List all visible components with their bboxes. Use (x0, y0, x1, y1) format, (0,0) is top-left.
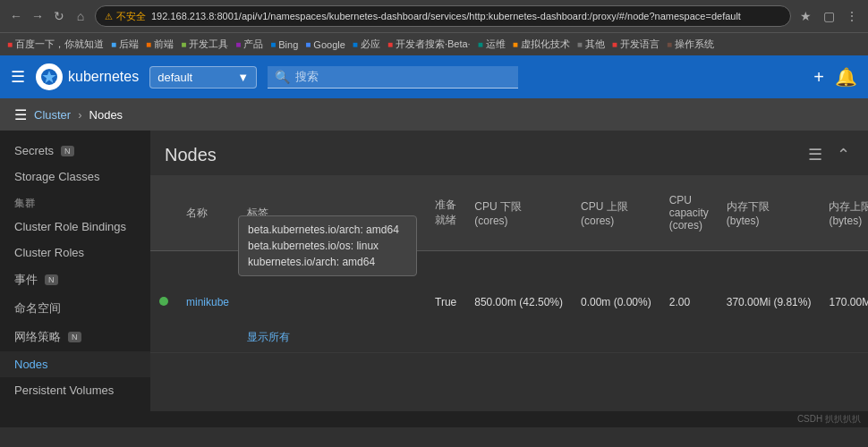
k8s-logo[interactable]: kubernetes (36, 63, 139, 90)
namespace-dropdown-icon: ▼ (237, 71, 249, 84)
bookmark-virt[interactable]: ■ 虚拟化技术 (513, 38, 570, 51)
col-cpu-capacity: CPUcapacity(cores) (660, 175, 718, 251)
browser-action-buttons: ★ ▢ ⋮ (796, 7, 861, 25)
footer: CSDH 扒扒扒扒 (0, 411, 868, 427)
bookmark-biyng2[interactable]: ■ 必应 (353, 38, 380, 51)
nav-icons: ← → ↻ ⌂ (7, 7, 89, 25)
table-row: minikube beta.kubernetes.io/arch: amd64 … (150, 251, 868, 353)
url-text: 192.168.213.8:8001/api/v1/namespaces/kub… (151, 11, 741, 21)
search-icon: 🔍 (275, 70, 290, 84)
address-warning: 不安全 (116, 10, 146, 23)
sidebar-item-role-bindings[interactable]: Role Bindings N (0, 403, 150, 411)
k8s-logo-icon (36, 63, 63, 90)
col-name[interactable]: 名称 (177, 175, 238, 251)
col-ready: 准备就绪 (426, 175, 465, 251)
sidebar-section-cluster: 集群 (0, 190, 150, 214)
top-nav-right: + 🔔 (813, 66, 857, 88)
col-labels: 标签 (238, 175, 426, 251)
menu-button[interactable]: ⋮ (843, 7, 861, 25)
address-bar[interactable]: ⚠ 不安全 192.168.213.8:8001/api/v1/namespac… (95, 5, 791, 27)
k8s-app: ☰ kubernetes default ▼ 🔍 + 🔔 ☰ Cluster (0, 55, 868, 411)
row-cpu-capacity-cell: 2.00 (660, 251, 718, 353)
top-nav: ☰ kubernetes default ▼ 🔍 + 🔔 (0, 55, 868, 98)
bookmark-frontend[interactable]: ■ 前端 (146, 38, 174, 51)
bookmark-dev-lang[interactable]: ■ 开发语言 (612, 38, 660, 51)
row-cpu-lower-cell: 850.00m (42.50%) (465, 251, 572, 353)
back-button[interactable]: ← (7, 7, 25, 25)
sidebar-item-events[interactable]: 事件 N (0, 266, 150, 294)
filter-button[interactable]: ☰ (804, 141, 826, 168)
bookmark-baidu[interactable]: ■ 百度一下，你就知道 (7, 38, 104, 51)
row-mem-upper-cell: 170.00Mi (4.51%) (820, 251, 868, 353)
sidebar-item-namespaces[interactable]: 命名空间 (0, 294, 150, 323)
page-header: Nodes ☰ ⌃ (150, 131, 868, 175)
breadcrumb-cluster-link[interactable]: Cluster (34, 108, 71, 122)
events-badge: N (45, 274, 58, 285)
sidebar: Secrets N Storage Classes 集群 Cluster Rol… (0, 131, 150, 411)
col-cpu-lower: CPU 下限(cores) (465, 175, 572, 251)
col-mem-lower: 内存下限(bytes) (718, 175, 821, 251)
sidebar-item-cluster-role-bindings[interactable]: Cluster Role Bindings (0, 214, 150, 240)
extensions-button[interactable]: ▢ (820, 7, 838, 25)
lock-icon: ⚠ (105, 12, 113, 21)
sidebar-item-nodes[interactable]: Nodes (0, 351, 150, 377)
bookmark-devtools[interactable]: ■ 开发工具 (181, 38, 228, 51)
hamburger-menu[interactable]: ☰ (11, 67, 25, 87)
network-policies-badge: N (68, 332, 81, 342)
row-ready-cell: True (426, 251, 465, 353)
bookmark-bing[interactable]: ■ Bing (270, 39, 298, 50)
content-area: Nodes ☰ ⌃ 名称 标签 准备就绪 CPU 下限(cores) CPU 上… (150, 131, 868, 411)
row-labels-cell: beta.kubernetes.io/arch: amd64 beta.kube… (238, 251, 426, 353)
bookmark-backend[interactable]: ■ 后端 (111, 38, 139, 51)
page-title: Nodes (165, 145, 797, 165)
role-bindings-badge: N (93, 411, 106, 412)
bookmarks-bar: ■ 百度一下，你就知道 ■ 后端 ■ 前端 ■ 开发工具 ■ 产品 ■ Bing… (0, 32, 868, 55)
sidebar-item-secrets[interactable]: Secrets N (0, 138, 150, 164)
browser-bar: ← → ↻ ⌂ ⚠ 不安全 192.168.213.8:8001/api/v1/… (0, 0, 868, 32)
row-status-cell (150, 251, 177, 353)
bookmark-dev-search[interactable]: ■ 开发者搜索·Beta· (387, 38, 471, 51)
bookmark-ops[interactable]: ■ 运维 (478, 38, 506, 51)
sidebar-item-persistent-volumes[interactable]: Persistent Volumes (0, 377, 150, 403)
search-box[interactable]: 🔍 (268, 66, 518, 89)
namespace-value: default (157, 71, 192, 84)
row-mem-lower-cell: 370.00Mi (9.81%) (718, 251, 821, 353)
bookmark-product[interactable]: ■ 产品 (235, 38, 263, 51)
breadcrumb-menu-icon[interactable]: ☰ (14, 106, 27, 123)
sidebar-item-network-policies[interactable]: 网络策略 N (0, 323, 150, 351)
footer-copyright: CSDH 扒扒扒扒 (797, 413, 861, 426)
search-input[interactable] (295, 70, 511, 83)
bookmark-other[interactable]: ■ 其他 (577, 38, 605, 51)
col-status (150, 175, 177, 251)
sidebar-item-cluster-roles[interactable]: Cluster Roles (0, 240, 150, 266)
secrets-badge: N (61, 146, 74, 156)
col-cpu-upper: CPU 上限(cores) (572, 175, 660, 251)
forward-button[interactable]: → (29, 7, 47, 25)
table-header-row: 名称 标签 准备就绪 CPU 下限(cores) CPU 上限(cores) C… (150, 175, 868, 251)
breadcrumb-separator: › (78, 108, 81, 122)
breadcrumb-bar: ☰ Cluster › Nodes (0, 98, 868, 131)
sidebar-item-storage-classes[interactable]: Storage Classes (0, 164, 150, 190)
collapse-button[interactable]: ⌃ (833, 141, 854, 168)
show-all-labels-link[interactable]: 显示所有 (247, 331, 290, 343)
home-button[interactable]: ⌂ (72, 7, 89, 25)
label-item-2: kubernetes.io/arch: amd64 (248, 254, 407, 270)
node-name-link[interactable]: minikube (186, 296, 229, 308)
bookmark-google[interactable]: ■ Google (305, 39, 345, 50)
refresh-button[interactable]: ↻ (50, 7, 68, 25)
namespace-selector[interactable]: default ▼ (149, 66, 257, 89)
breadcrumb-current: Nodes (89, 108, 123, 122)
notifications-button[interactable]: 🔔 (835, 66, 857, 88)
col-mem-upper: 内存上限(bytes) (820, 175, 868, 251)
status-indicator (159, 297, 168, 306)
bookmark-os[interactable]: ■ 操作系统 (667, 38, 714, 51)
nodes-table: 名称 标签 准备就绪 CPU 下限(cores) CPU 上限(cores) C… (150, 175, 868, 353)
add-button[interactable]: + (813, 67, 824, 88)
bookmark-star-button[interactable]: ★ (796, 7, 814, 25)
row-cpu-upper-cell: 0.00m (0.00%) (572, 251, 660, 353)
k8s-logo-text: kubernetes (68, 69, 139, 85)
main-layout: Secrets N Storage Classes 集群 Cluster Rol… (0, 131, 868, 411)
row-name-cell: minikube (177, 251, 238, 353)
